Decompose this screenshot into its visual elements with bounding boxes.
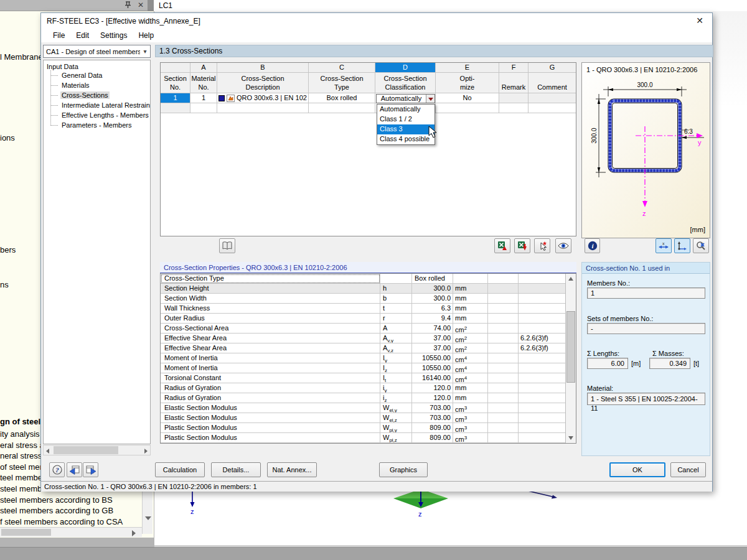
property-value[interactable]: 300.0: [412, 284, 453, 294]
property-value[interactable]: 10550.00: [412, 353, 453, 363]
col-letter-d[interactable]: D: [375, 63, 436, 73]
calculation-button[interactable]: Calculation: [155, 462, 205, 477]
tree-hscrollbar[interactable]: [43, 445, 151, 455]
nav-item-intermediate-lateral-restraints[interactable]: Intermediate Lateral Restraints: [50, 100, 150, 110]
view-button[interactable]: [555, 238, 571, 253]
module-list-item[interactable]: f steel members according to CSA: [0, 517, 154, 528]
next-table-button[interactable]: [83, 462, 98, 477]
axes-toggle-button[interactable]: [674, 238, 690, 253]
property-value[interactable]: 703.00: [412, 403, 453, 413]
remark-cell[interactable]: [499, 93, 529, 103]
optimize-cell[interactable]: No: [436, 93, 499, 103]
property-value[interactable]: 37.00: [412, 334, 453, 343]
property-value[interactable]: 10550.00: [412, 363, 453, 373]
module-list-item[interactable]: steel members according to GB: [0, 506, 154, 517]
panel-close-icon[interactable]: ✕: [138, 1, 144, 9]
library-button[interactable]: [219, 238, 235, 253]
design-case-combobox[interactable]: CA1 - Design of steel members ▾: [43, 45, 151, 58]
zoom-section-button[interactable]: [693, 238, 709, 253]
description-cell[interactable]: QRO 300x6.3 | EN 102: [217, 93, 309, 103]
property-value[interactable]: 120.0: [412, 393, 453, 403]
nav-item-general-data[interactable]: General Data: [50, 70, 150, 80]
property-value[interactable]: 37.00: [412, 343, 453, 353]
col-letter-b[interactable]: B: [217, 63, 309, 73]
import-excel-button[interactable]: [494, 238, 510, 253]
tree-root[interactable]: Input Data: [44, 60, 150, 70]
help-button[interactable]: ?: [49, 462, 65, 477]
property-extra: [488, 393, 519, 403]
details-button[interactable]: Details...: [211, 462, 261, 477]
classification-combobox[interactable]: Automatically: [376, 94, 435, 103]
cancel-button[interactable]: Cancel: [670, 462, 706, 477]
navigator-hscrollbar[interactable]: [0, 527, 142, 537]
ok-button[interactable]: OK: [609, 462, 665, 477]
col-letter-c[interactable]: C: [309, 63, 375, 73]
property-symbol: Iy: [380, 353, 412, 363]
menu-file[interactable]: File: [47, 29, 70, 42]
properties-vscrollbar[interactable]: [565, 274, 576, 443]
pick-button[interactable]: [534, 238, 550, 253]
type-cell[interactable]: Box rolled: [309, 93, 375, 103]
property-label: Cross-Section Type: [161, 274, 380, 284]
nav-item-materials[interactable]: Materials: [50, 80, 150, 90]
nav-item-effective-lengths-members[interactable]: Effective Lengths - Members: [50, 110, 150, 120]
dimensions-toggle-button[interactable]: x: [655, 238, 672, 253]
property-value[interactable]: 120.0: [412, 383, 453, 393]
property-symbol: Wpl,z: [380, 433, 412, 443]
property-value[interactable]: 809.00: [412, 423, 453, 433]
close-icon[interactable]: ✕: [696, 16, 703, 26]
masses-label: Σ Masses:: [652, 350, 684, 357]
menu-help[interactable]: Help: [133, 29, 159, 42]
mouse-cursor: [428, 126, 438, 139]
combo-dropdown-icon[interactable]: [426, 95, 435, 103]
col-letter-g[interactable]: G: [529, 63, 576, 73]
pin-icon[interactable]: [125, 1, 131, 9]
property-value[interactable]: 703.00: [412, 413, 453, 423]
col-letter-f[interactable]: F: [499, 63, 529, 73]
module-list-item[interactable]: steel members according to BS: [0, 495, 154, 506]
graphics-button[interactable]: Graphics: [379, 462, 428, 477]
property-symbol: It: [380, 373, 412, 383]
property-note: [519, 304, 565, 314]
row-number-cell[interactable]: 1: [161, 93, 190, 103]
tree-items: General DataMaterialsCross-SectionsInter…: [50, 70, 150, 130]
lengths-field[interactable]: 6.00: [587, 358, 628, 369]
previous-table-button[interactable]: [67, 462, 82, 477]
cross-section-preview: 1 - QRO 300x6.3 | EN 10210-2:2006 300.0: [581, 62, 710, 238]
info-button[interactable]: i: [585, 238, 600, 253]
property-value[interactable]: 300.0: [412, 294, 453, 304]
property-unit: mm: [453, 304, 488, 314]
sets-field[interactable]: -: [587, 323, 705, 334]
property-value[interactable]: 9.4: [412, 314, 453, 324]
dropdown-option-automatically[interactable]: Automatically: [377, 105, 435, 114]
dropdown-option-class-4-possible[interactable]: Class 4 possible: [377, 134, 435, 144]
tab-lc1[interactable]: LC1: [159, 1, 172, 10]
nat-annex-button[interactable]: Nat. Annex...: [267, 462, 317, 477]
canvas-z-axis-icon: z: [184, 489, 200, 514]
export-excel-button[interactable]: [514, 238, 530, 253]
property-unit: cm2: [453, 334, 488, 343]
col-letter-e[interactable]: E: [436, 63, 499, 73]
comment-cell[interactable]: [529, 93, 576, 103]
menu-settings[interactable]: Settings: [95, 29, 133, 42]
nav-item-parameters-members[interactable]: Parameters - Members: [50, 120, 150, 130]
material-cell[interactable]: 1: [190, 93, 217, 103]
property-value[interactable]: 74.00: [412, 324, 453, 334]
property-extra: [488, 324, 519, 334]
property-value[interactable]: 6.3: [412, 304, 453, 314]
menu-edit[interactable]: Edit: [70, 29, 95, 42]
members-label: Members No.:: [587, 279, 630, 287]
nav-item-cross-sections[interactable]: Cross-Sections: [50, 90, 150, 100]
property-value[interactable]: 16140.00: [412, 373, 453, 383]
property-symbol: iz: [380, 393, 412, 403]
property-value[interactable]: 809.00: [412, 433, 453, 443]
masses-field[interactable]: 0.349: [649, 358, 690, 369]
dropdown-option-class-3[interactable]: Class 3: [377, 124, 435, 134]
dropdown-option-class-1-2[interactable]: Class 1 / 2: [377, 114, 435, 124]
property-value[interactable]: Box rolled: [412, 274, 453, 284]
col-letter-a[interactable]: A: [190, 63, 217, 73]
members-field[interactable]: 1: [587, 287, 705, 299]
table-row: 1 1 QRO 300x6.3 | EN 102 Box rolled No: [161, 93, 576, 103]
rf-steel-dialog: RF-STEEL EC3 - [Effective widths_Annexe_…: [40, 12, 713, 492]
material-field[interactable]: 1 - Steel S 355 | EN 10025-2:2004-11: [587, 393, 705, 405]
